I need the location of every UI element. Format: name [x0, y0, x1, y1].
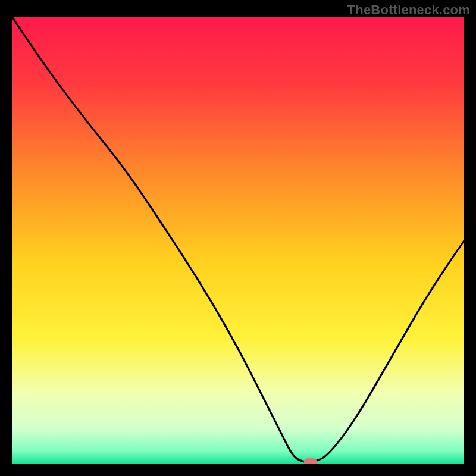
chart-frame: TheBottleneck.com [0, 0, 476, 476]
watermark-text: TheBottleneck.com [347, 2, 470, 18]
chart-plot-area [12, 17, 464, 464]
chart-svg [12, 17, 464, 464]
gradient-background [12, 17, 464, 464]
optimum-marker [304, 458, 317, 464]
